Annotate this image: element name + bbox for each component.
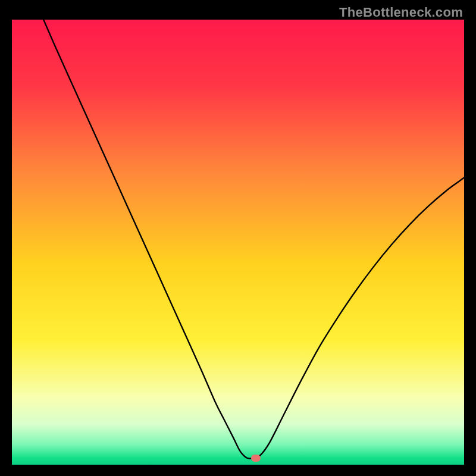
chart-svg — [12, 20, 464, 465]
minimum-marker — [251, 455, 261, 462]
watermark-text: TheBottleneck.com — [339, 5, 463, 20]
chart-background — [12, 20, 464, 465]
chart-frame — [12, 20, 464, 465]
